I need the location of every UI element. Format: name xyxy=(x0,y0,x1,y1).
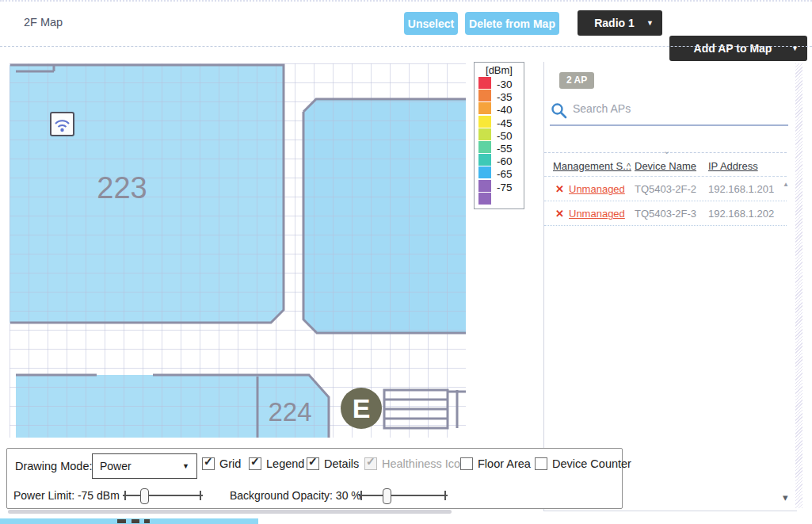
checkbox-healthiness-icon: ✓ Healthiness Icon xyxy=(364,457,467,470)
slider-track xyxy=(123,495,203,496)
checkbox-box: ✓ xyxy=(364,457,377,470)
radio-dropdown-button[interactable]: Radio 1 ▼ xyxy=(578,10,662,36)
checkbox-label: Healthiness Icon xyxy=(382,457,467,470)
sort-ascending-icon: ^ xyxy=(627,162,631,171)
chevron-down-icon: ▼ xyxy=(646,19,654,27)
check-icon: ✓ xyxy=(366,455,376,468)
horizontal-scrollbar-thumb[interactable] xyxy=(8,510,452,514)
legend-swatch xyxy=(478,116,491,128)
legend-label: -60 xyxy=(497,155,513,167)
room-223-label: 223 xyxy=(97,171,147,205)
slider-tick xyxy=(444,491,446,500)
ap-list-panel: 2 AP ⌄ Management S... ^ Device Name IP … xyxy=(543,62,797,511)
search-aps-input[interactable] xyxy=(571,101,772,116)
check-icon: ✓ xyxy=(250,455,260,468)
panel-scroll-down-icon[interactable]: ▾ xyxy=(783,491,788,503)
legend-entry: -60 xyxy=(478,154,524,166)
collapse-chevron-icon[interactable]: ⌄ xyxy=(663,146,670,156)
legend-entry: -35 xyxy=(478,90,524,102)
drawing-mode-select[interactable]: Power ▼ xyxy=(92,453,197,479)
check-icon: ✓ xyxy=(204,455,213,468)
checkbox-box: ✓ xyxy=(202,457,215,470)
legend-swatch xyxy=(478,166,491,178)
legend-label: -35 xyxy=(497,91,513,103)
column-header-management-status[interactable]: Management S... xyxy=(553,160,631,172)
dbm-legend: [dBm] -30 -35 -40 -45 -50 -55 -60 -65 -7… xyxy=(474,62,524,209)
search-icon xyxy=(551,102,568,120)
power-limit-label: Power Limit: -75 dBm xyxy=(13,489,120,502)
checkbox-label: Floor Area xyxy=(478,457,531,470)
legend-swatch xyxy=(478,128,491,140)
slider-tick xyxy=(200,491,201,500)
checkbox-label: Grid xyxy=(219,457,241,470)
checkbox-label: Device Counter xyxy=(552,457,631,470)
search-underline xyxy=(550,124,788,126)
drawing-mode-label: Drawing Mode: xyxy=(15,460,93,472)
page-top-border xyxy=(0,0,812,2)
header-separator xyxy=(0,46,812,47)
legend-label: -30 xyxy=(497,78,513,90)
legend-label: -40 xyxy=(497,104,513,116)
drawing-mode-value: Power xyxy=(100,460,132,472)
checkbox-box: ✓ xyxy=(249,457,261,470)
legend-label: -45 xyxy=(497,117,513,129)
ip-address-cell: 192.168.1.202 xyxy=(708,208,774,220)
legend-swatch xyxy=(478,90,491,101)
legend-swatch xyxy=(478,77,491,89)
delete-from-map-button[interactable]: Delete from Map xyxy=(465,12,559,35)
checkbox-floor-area[interactable]: Floor Area xyxy=(460,457,531,470)
checkbox-details[interactable]: ✓ Details xyxy=(307,457,359,470)
power-limit-slider[interactable] xyxy=(123,488,203,503)
power-limit-slider-thumb[interactable] xyxy=(140,488,149,504)
wifi-icon xyxy=(60,128,63,132)
ap-device-icon[interactable] xyxy=(51,113,74,136)
legend-label: -55 xyxy=(497,143,513,155)
floor-map-canvas[interactable]: 223 224 E xyxy=(10,63,466,438)
checkbox-box: ✓ xyxy=(307,457,319,470)
add-ap-label: Add AP to Map xyxy=(694,42,772,55)
column-header-ip-address[interactable]: IP Address xyxy=(708,160,758,172)
background-opacity-slider[interactable] xyxy=(359,488,448,503)
background-opacity-slider-thumb[interactable] xyxy=(383,488,391,504)
legend-entry: -75 xyxy=(478,180,524,193)
legend-swatch xyxy=(478,141,491,153)
legend-swatch xyxy=(478,154,491,166)
checkbox-box xyxy=(535,457,547,470)
ap-table-row[interactable]: ✕ Unmanaged TQ5403-2F-2 192.168.1.201 xyxy=(544,177,787,201)
management-status-link[interactable]: Unmanaged xyxy=(569,208,625,220)
unselect-button[interactable]: Unselect xyxy=(404,12,458,35)
room-224-label: 224 xyxy=(268,397,311,426)
ap-table-body: ✕ Unmanaged TQ5403-2F-2 192.168.1.201 ✕ … xyxy=(544,176,787,226)
slider-track xyxy=(359,495,448,496)
vertical-scrollbar[interactable] xyxy=(795,63,802,508)
cutoff-floor-tab-strip xyxy=(0,518,258,524)
map-controls-panel: Drawing Mode: Power ▼ ✓ Grid ✓ Legend ✓ … xyxy=(6,448,623,509)
management-status-link[interactable]: Unmanaged xyxy=(569,183,625,195)
checkbox-label: Details xyxy=(324,457,359,470)
legend-entry: -50 xyxy=(478,128,524,141)
legend-swatch xyxy=(478,180,491,192)
legend-label: -50 xyxy=(497,130,513,142)
checkbox-box xyxy=(460,457,473,470)
chevron-down-icon: ▼ xyxy=(182,462,189,470)
checkbox-device-counter[interactable]: Device Counter xyxy=(535,457,631,470)
legend-title: [dBm] xyxy=(475,64,524,76)
add-ap-to-map-button[interactable]: Add AP to Map ▼ xyxy=(669,36,807,61)
checkbox-grid[interactable]: ✓ Grid xyxy=(202,457,241,470)
page-title: 2F Map xyxy=(24,16,63,29)
elevator-label: E xyxy=(353,393,371,423)
checkbox-legend[interactable]: ✓ Legend xyxy=(249,457,304,470)
legend-swatch xyxy=(478,193,491,205)
legend-entry: -45 xyxy=(478,116,524,128)
unmanaged-x-icon: ✕ xyxy=(555,208,564,220)
ap-table-row[interactable]: ✕ Unmanaged TQ5403-2F-3 192.168.1.202 xyxy=(544,201,787,226)
legend-entry: -30 xyxy=(478,77,524,90)
radio-dropdown-label: Radio 1 xyxy=(594,17,635,29)
table-scroll-up-icon[interactable]: ▲ xyxy=(783,181,789,188)
legend-entry: -65 xyxy=(478,166,524,179)
background-opacity-label: Background Opacity: 30 % xyxy=(230,489,361,502)
ip-address-cell: 192.168.1.201 xyxy=(708,183,774,195)
strip-mark xyxy=(132,519,139,523)
column-header-device-name[interactable]: Device Name xyxy=(635,160,696,172)
device-name-cell: TQ5403-2F-3 xyxy=(635,208,696,220)
